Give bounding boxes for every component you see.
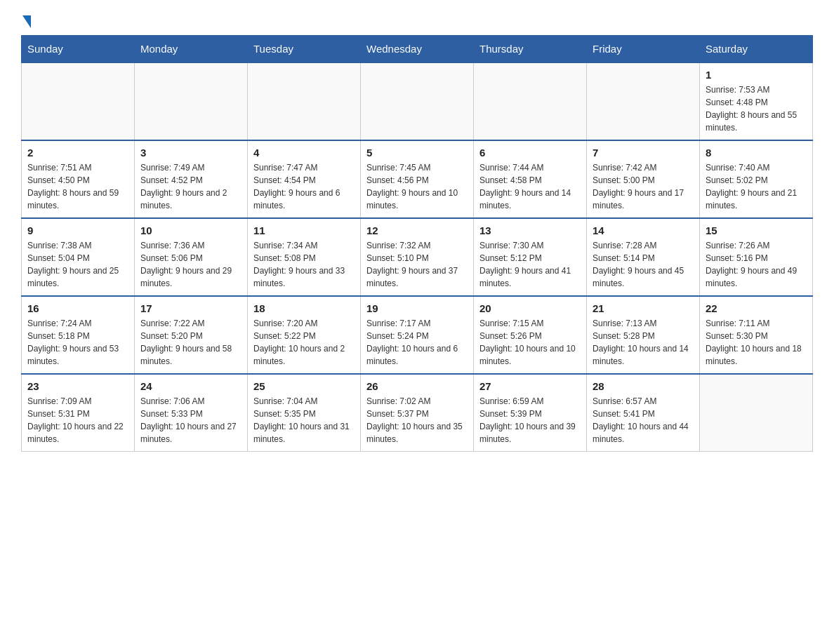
calendar-cell: 5Sunrise: 7:45 AM Sunset: 4:56 PM Daylig… [361,140,474,218]
day-info: Sunrise: 7:22 AM Sunset: 5:20 PM Dayligh… [140,317,241,368]
day-number: 28 [593,380,694,392]
day-number: 25 [253,380,355,392]
calendar-cell: 8Sunrise: 7:40 AM Sunset: 5:02 PM Daylig… [700,140,813,218]
day-info: Sunrise: 7:51 AM Sunset: 4:50 PM Dayligh… [27,161,128,212]
calendar-cell: 13Sunrise: 7:30 AM Sunset: 5:12 PM Dayli… [474,218,587,296]
calendar-cell: 26Sunrise: 7:02 AM Sunset: 5:37 PM Dayli… [361,374,474,452]
calendar-cell [361,62,474,140]
calendar-cell: 11Sunrise: 7:34 AM Sunset: 5:08 PM Dayli… [248,218,361,296]
calendar-cell [700,374,813,452]
day-number: 10 [140,224,241,236]
calendar-cell: 3Sunrise: 7:49 AM Sunset: 4:52 PM Daylig… [135,140,248,218]
day-number: 17 [140,302,241,314]
day-info: Sunrise: 7:06 AM Sunset: 5:33 PM Dayligh… [140,395,241,445]
day-number: 18 [253,302,355,314]
calendar-week-2: 2Sunrise: 7:51 AM Sunset: 4:50 PM Daylig… [22,140,813,218]
day-number: 8 [706,147,807,159]
calendar-cell [248,62,361,140]
day-info: Sunrise: 7:24 AM Sunset: 5:18 PM Dayligh… [27,317,128,368]
day-info: Sunrise: 7:42 AM Sunset: 5:00 PM Dayligh… [593,161,694,212]
day-info: Sunrise: 7:53 AM Sunset: 4:48 PM Dayligh… [706,83,807,134]
page-header [21,14,813,28]
day-number: 24 [140,380,241,392]
day-number: 23 [27,380,128,392]
calendar-cell: 18Sunrise: 7:20 AM Sunset: 5:22 PM Dayli… [248,296,361,374]
calendar-cell: 16Sunrise: 7:24 AM Sunset: 5:18 PM Dayli… [22,296,135,374]
day-info: Sunrise: 7:15 AM Sunset: 5:26 PM Dayligh… [479,317,581,368]
day-number: 26 [366,380,468,392]
day-number: 20 [479,302,581,314]
column-header-monday: Monday [135,36,248,63]
column-header-wednesday: Wednesday [361,36,474,63]
day-info: Sunrise: 7:20 AM Sunset: 5:22 PM Dayligh… [253,317,355,368]
day-info: Sunrise: 7:36 AM Sunset: 5:06 PM Dayligh… [140,239,241,290]
day-number: 27 [479,380,581,392]
day-info: Sunrise: 7:44 AM Sunset: 4:58 PM Dayligh… [479,161,581,212]
day-info: Sunrise: 7:04 AM Sunset: 5:35 PM Dayligh… [253,395,355,445]
calendar-cell: 24Sunrise: 7:06 AM Sunset: 5:33 PM Dayli… [135,374,248,452]
calendar-cell: 22Sunrise: 7:11 AM Sunset: 5:30 PM Dayli… [700,296,813,374]
calendar-cell: 9Sunrise: 7:38 AM Sunset: 5:04 PM Daylig… [22,218,135,296]
day-number: 16 [27,302,128,314]
day-number: 6 [479,147,581,159]
calendar-table: SundayMondayTuesdayWednesdayThursdayFrid… [21,35,813,452]
column-header-friday: Friday [587,36,700,63]
day-info: Sunrise: 7:13 AM Sunset: 5:28 PM Dayligh… [593,317,694,368]
calendar-cell [22,62,135,140]
day-info: Sunrise: 7:40 AM Sunset: 5:02 PM Dayligh… [706,161,807,212]
calendar-cell: 25Sunrise: 7:04 AM Sunset: 5:35 PM Dayli… [248,374,361,452]
calendar-cell: 1Sunrise: 7:53 AM Sunset: 4:48 PM Daylig… [700,62,813,140]
day-number: 7 [593,147,694,159]
calendar-week-4: 16Sunrise: 7:24 AM Sunset: 5:18 PM Dayli… [22,296,813,374]
day-info: Sunrise: 7:02 AM Sunset: 5:37 PM Dayligh… [366,395,468,445]
calendar-cell: 27Sunrise: 6:59 AM Sunset: 5:39 PM Dayli… [474,374,587,452]
day-number: 11 [253,224,355,236]
day-info: Sunrise: 7:17 AM Sunset: 5:24 PM Dayligh… [366,317,468,368]
day-number: 1 [706,69,807,81]
calendar-week-5: 23Sunrise: 7:09 AM Sunset: 5:31 PM Dayli… [22,374,813,452]
day-info: Sunrise: 6:57 AM Sunset: 5:41 PM Dayligh… [593,395,694,445]
day-info: Sunrise: 7:49 AM Sunset: 4:52 PM Dayligh… [140,161,241,212]
logo [21,14,31,28]
calendar-cell: 23Sunrise: 7:09 AM Sunset: 5:31 PM Dayli… [22,374,135,452]
calendar-cell: 4Sunrise: 7:47 AM Sunset: 4:54 PM Daylig… [248,140,361,218]
day-info: Sunrise: 7:26 AM Sunset: 5:16 PM Dayligh… [706,239,807,290]
day-info: Sunrise: 7:34 AM Sunset: 5:08 PM Dayligh… [253,239,355,290]
day-info: Sunrise: 7:32 AM Sunset: 5:10 PM Dayligh… [366,239,468,290]
calendar-cell: 21Sunrise: 7:13 AM Sunset: 5:28 PM Dayli… [587,296,700,374]
day-info: Sunrise: 7:38 AM Sunset: 5:04 PM Dayligh… [27,239,128,290]
day-number: 21 [593,302,694,314]
day-number: 5 [366,147,468,159]
day-info: Sunrise: 7:09 AM Sunset: 5:31 PM Dayligh… [27,395,128,445]
day-number: 22 [706,302,807,314]
calendar-cell [474,62,587,140]
day-info: Sunrise: 7:45 AM Sunset: 4:56 PM Dayligh… [366,161,468,212]
calendar-week-3: 9Sunrise: 7:38 AM Sunset: 5:04 PM Daylig… [22,218,813,296]
calendar-cell: 17Sunrise: 7:22 AM Sunset: 5:20 PM Dayli… [135,296,248,374]
calendar-cell: 14Sunrise: 7:28 AM Sunset: 5:14 PM Dayli… [587,218,700,296]
calendar-header-row: SundayMondayTuesdayWednesdayThursdayFrid… [22,36,813,63]
day-info: Sunrise: 7:30 AM Sunset: 5:12 PM Dayligh… [479,239,581,290]
day-number: 13 [479,224,581,236]
calendar-cell: 6Sunrise: 7:44 AM Sunset: 4:58 PM Daylig… [474,140,587,218]
calendar-cell: 2Sunrise: 7:51 AM Sunset: 4:50 PM Daylig… [22,140,135,218]
calendar-cell: 20Sunrise: 7:15 AM Sunset: 5:26 PM Dayli… [474,296,587,374]
day-number: 12 [366,224,468,236]
day-number: 15 [706,224,807,236]
calendar-cell: 19Sunrise: 7:17 AM Sunset: 5:24 PM Dayli… [361,296,474,374]
column-header-sunday: Sunday [22,36,135,63]
day-info: Sunrise: 7:11 AM Sunset: 5:30 PM Dayligh… [706,317,807,368]
calendar-cell: 10Sunrise: 7:36 AM Sunset: 5:06 PM Dayli… [135,218,248,296]
day-number: 2 [27,147,128,159]
column-header-saturday: Saturday [700,36,813,63]
calendar-cell: 28Sunrise: 6:57 AM Sunset: 5:41 PM Dayli… [587,374,700,452]
day-info: Sunrise: 7:28 AM Sunset: 5:14 PM Dayligh… [593,239,694,290]
day-info: Sunrise: 7:47 AM Sunset: 4:54 PM Dayligh… [253,161,355,212]
day-number: 9 [27,224,128,236]
day-info: Sunrise: 6:59 AM Sunset: 5:39 PM Dayligh… [479,395,581,445]
day-number: 19 [366,302,468,314]
calendar-cell [135,62,248,140]
day-number: 4 [253,147,355,159]
calendar-cell [587,62,700,140]
day-number: 3 [140,147,241,159]
